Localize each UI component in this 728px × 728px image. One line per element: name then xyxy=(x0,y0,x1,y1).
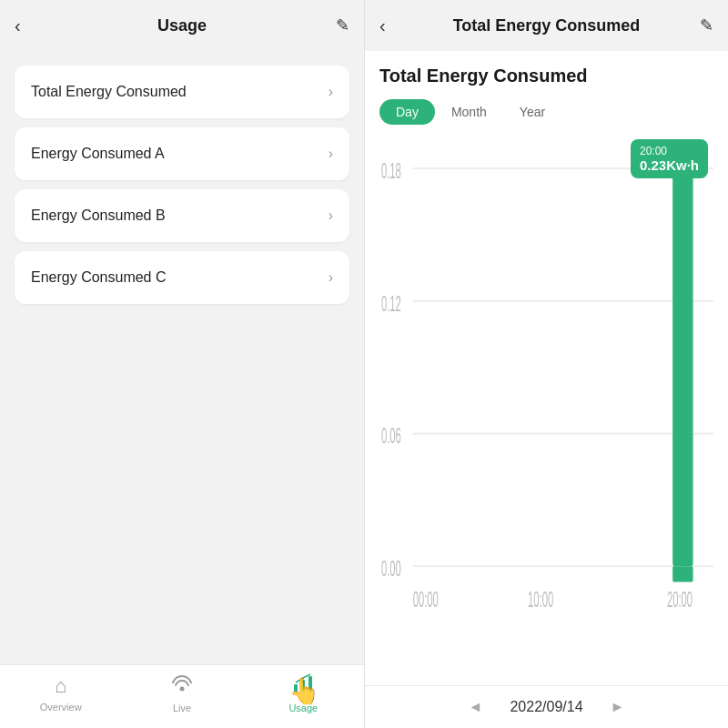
left-back-button[interactable]: ‹ xyxy=(15,15,21,36)
tab-year[interactable]: Year xyxy=(503,99,561,125)
nav-label-live: Live xyxy=(173,703,191,713)
time-tabs: Day Month Year xyxy=(379,99,713,125)
chevron-icon: › xyxy=(329,269,333,286)
tab-day[interactable]: Day xyxy=(379,99,435,125)
menu-list: Total Energy Consumed › Energy Consumed … xyxy=(0,51,364,664)
right-panel: ‹ Total Energy Consumed ✎ Total Energy C… xyxy=(364,0,728,728)
date-prev-button[interactable]: ◄ xyxy=(469,699,483,715)
tooltip-value: 0.23Kw·h xyxy=(640,157,699,173)
nav-item-usage[interactable]: Usage 👆 xyxy=(243,673,364,713)
menu-item-energy-a[interactable]: Energy Consumed A › xyxy=(15,127,349,180)
home-icon: ⌂ xyxy=(55,674,66,698)
svg-text:0.18: 0.18 xyxy=(381,158,401,183)
date-nav-label: 2022/09/14 xyxy=(510,699,582,715)
svg-text:00:00: 00:00 xyxy=(413,588,439,612)
chart-tooltip: 20:00 0.23Kw·h xyxy=(631,139,708,178)
chart-area: 0.18 0.12 0.06 0.00 00:00 10:00 xyxy=(379,139,713,685)
svg-rect-2 xyxy=(301,680,305,692)
tooltip-time: 20:00 xyxy=(640,145,699,157)
left-panel: ‹ Usage ✎ Total Energy Consumed › Energy… xyxy=(0,0,364,728)
right-header: ‹ Total Energy Consumed ✎ xyxy=(365,0,728,51)
svg-text:0.00: 0.00 xyxy=(381,556,401,581)
svg-text:0.12: 0.12 xyxy=(381,291,401,316)
nav-item-live[interactable]: Live xyxy=(121,673,242,713)
menu-item-total-energy[interactable]: Total Energy Consumed › xyxy=(15,66,349,118)
usage-icon xyxy=(292,673,314,699)
menu-item-energy-b[interactable]: Energy Consumed B › xyxy=(15,189,349,242)
chevron-icon: › xyxy=(329,207,333,224)
menu-item-label: Energy Consumed B xyxy=(31,207,166,224)
svg-rect-13 xyxy=(672,566,693,581)
chevron-icon: › xyxy=(329,146,333,162)
menu-item-energy-c[interactable]: Energy Consumed C › xyxy=(15,251,349,304)
right-edit-button[interactable]: ✎ xyxy=(700,15,713,35)
left-header: ‹ Usage ✎ xyxy=(0,0,364,51)
date-next-button[interactable]: ► xyxy=(611,699,625,715)
tab-month[interactable]: Month xyxy=(435,99,503,125)
svg-point-0 xyxy=(179,686,184,691)
chart-page-title: Total Energy Consumed xyxy=(379,66,713,86)
nav-label-overview: Overview xyxy=(40,702,82,713)
nav-item-overview[interactable]: ⌂ Overview xyxy=(0,674,121,713)
left-header-title: Usage xyxy=(157,16,207,35)
chart-svg-wrapper: 0.18 0.12 0.06 0.00 00:00 10:00 xyxy=(379,139,713,685)
chevron-icon: › xyxy=(329,84,333,100)
svg-text:10:00: 10:00 xyxy=(528,588,553,612)
svg-rect-1 xyxy=(294,684,298,692)
menu-item-label: Energy Consumed C xyxy=(31,269,167,286)
svg-text:0.06: 0.06 xyxy=(381,424,401,449)
date-nav: ◄ 2022/09/14 ► xyxy=(365,685,728,728)
right-back-button[interactable]: ‹ xyxy=(379,15,386,36)
left-edit-button[interactable]: ✎ xyxy=(336,15,349,35)
svg-text:20:00: 20:00 xyxy=(667,588,693,612)
svg-rect-3 xyxy=(308,676,312,692)
nav-label-usage: Usage xyxy=(288,703,318,713)
bottom-nav: ⌂ Overview Live Usage xyxy=(0,664,364,728)
svg-rect-12 xyxy=(672,168,693,566)
menu-item-label: Energy Consumed A xyxy=(31,146,165,162)
live-icon xyxy=(171,673,193,699)
chart-container: Total Energy Consumed Day Month Year 0.1… xyxy=(365,51,728,685)
right-header-title: Total Energy Consumed xyxy=(453,16,641,35)
menu-item-label: Total Energy Consumed xyxy=(31,84,187,100)
